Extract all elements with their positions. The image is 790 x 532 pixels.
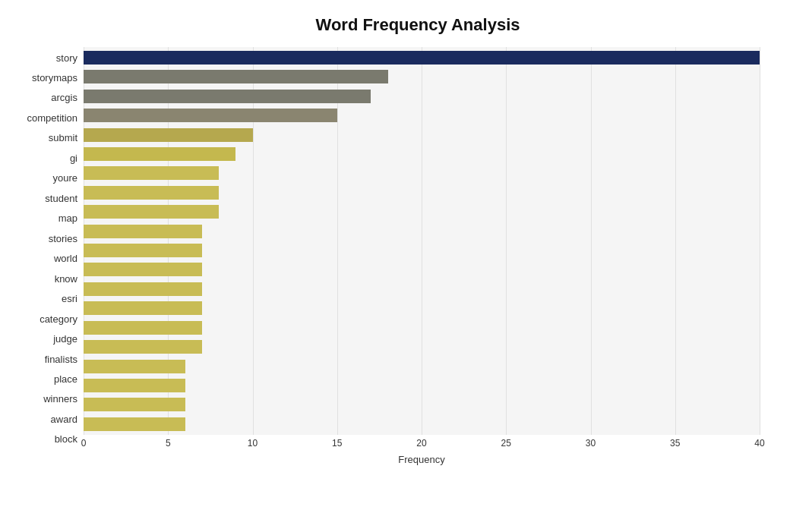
- grid-line: [760, 47, 760, 435]
- bar: [84, 417, 185, 431]
- y-label: winners: [43, 390, 77, 408]
- x-axis-label: Frequency: [398, 454, 444, 465]
- bar: [84, 51, 760, 65]
- x-tick-label: 35: [670, 438, 680, 449]
- y-label: block: [55, 430, 77, 449]
- plot-area: 0510152025303540 Frequency: [84, 47, 760, 465]
- bar: [84, 360, 185, 373]
- bar-row: [84, 241, 760, 260]
- x-tick-label: 25: [501, 438, 511, 449]
- y-label: finalists: [45, 350, 77, 368]
- x-axis: 0510152025303540 Frequency: [84, 435, 760, 465]
- bar-row: [84, 184, 760, 202]
- bar: [84, 90, 371, 103]
- bar-row: [84, 145, 760, 163]
- bar-row: [84, 299, 760, 317]
- bar: [84, 186, 219, 200]
- bar: [84, 340, 202, 354]
- y-label: submit: [49, 129, 77, 147]
- x-tick-label: 40: [754, 438, 764, 449]
- bar-row: [84, 222, 760, 241]
- bar: [84, 398, 185, 411]
- bar-row: [84, 49, 760, 67]
- x-tick-label: 0: [81, 438, 87, 449]
- bar: [84, 109, 337, 122]
- bar: [84, 166, 219, 180]
- y-label: know: [55, 269, 77, 288]
- bar-row: [84, 395, 760, 414]
- bar-row: [84, 415, 760, 433]
- x-tick-label: 20: [416, 438, 426, 449]
- bar: [84, 379, 185, 392]
- bar: [84, 282, 202, 296]
- x-tick-label: 10: [248, 438, 258, 449]
- bar: [84, 205, 219, 219]
- y-label: map: [58, 209, 77, 228]
- chart-container: Word Frequency Analysis storystorymapsar…: [0, 0, 790, 532]
- y-axis: storystorymapsarcgiscompetitionsubmitgiy…: [15, 47, 84, 465]
- bar-row: [84, 338, 760, 356]
- y-label: award: [51, 410, 77, 428]
- bar: [84, 128, 253, 142]
- y-label: gi: [70, 149, 77, 167]
- y-label: category: [40, 310, 77, 328]
- bar: [84, 301, 202, 315]
- bar: [84, 244, 202, 257]
- chart-area: storystorymapsarcgiscompetitionsubmitgiy…: [15, 47, 760, 465]
- y-label: competition: [27, 109, 77, 127]
- bar: [84, 225, 202, 238]
- bar-row: [84, 164, 760, 182]
- bar: [84, 70, 388, 83]
- y-label: judge: [53, 330, 77, 348]
- x-tick-label: 5: [166, 438, 171, 449]
- y-label: youre: [52, 169, 77, 187]
- bar: [84, 263, 202, 276]
- bar-row: [84, 87, 760, 105]
- y-label: esri: [62, 290, 77, 308]
- y-label: arcgis: [51, 89, 77, 107]
- x-tick-label: 30: [586, 438, 596, 449]
- x-tick-label: 15: [332, 438, 342, 449]
- y-label: student: [45, 189, 77, 207]
- bar-row: [84, 376, 760, 395]
- bar-row: [84, 203, 760, 221]
- y-label: place: [54, 370, 77, 389]
- y-label: stories: [49, 229, 77, 247]
- y-label: storymaps: [32, 68, 77, 87]
- bar-row: [84, 68, 760, 86]
- bars-region: [84, 47, 760, 435]
- bars-container: [84, 47, 760, 435]
- bar-row: [84, 260, 760, 279]
- y-label: story: [56, 49, 77, 67]
- bar: [84, 147, 235, 161]
- chart-title: Word Frequency Analysis: [15, 15, 760, 35]
- bar-row: [84, 106, 760, 124]
- y-label: world: [54, 250, 77, 268]
- bar-row: [84, 319, 760, 337]
- bar-row: [84, 357, 760, 376]
- bar-row: [84, 126, 760, 144]
- bar-row: [84, 280, 760, 298]
- bar: [84, 321, 202, 335]
